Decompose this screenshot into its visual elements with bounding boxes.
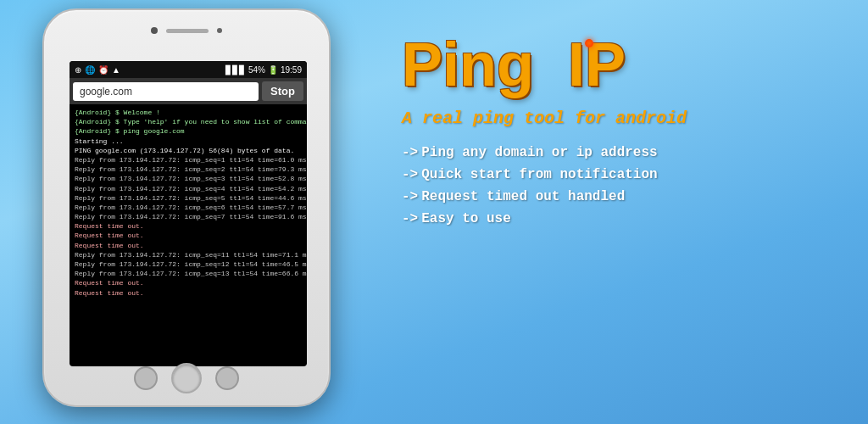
title-ping: Ping	[402, 34, 534, 95]
title-ip: IP	[568, 34, 626, 95]
feature-arrow-icon: ->	[402, 167, 418, 182]
feature-arrow-icon: ->	[402, 211, 418, 226]
feature-arrow-icon: ->	[402, 189, 418, 204]
terminal-line: {Android} $ Type 'help' if you need to s…	[75, 117, 302, 126]
terminal-line: Reply from 173.194.127.72: icmp_seq=12 t…	[75, 259, 302, 269]
clock: 19:59	[281, 65, 302, 75]
back-button[interactable]	[134, 366, 158, 390]
feature-item: -> Request timed out handled	[402, 189, 843, 204]
features-list: -> Ping any domain or ip address-> Quick…	[402, 145, 843, 226]
terminal-line: Reply from 173.194.127.72: icmp_seq=11 t…	[75, 250, 302, 259]
terminal-line: {Android} $ Welcome !	[75, 108, 302, 117]
home-button[interactable]	[171, 363, 202, 393]
terminal-line: Request time out.	[75, 278, 302, 287]
signal-icon: ▊▊▊	[225, 65, 246, 75]
terminal-line: Request time out.	[75, 221, 302, 231]
feature-item: -> Quick start from notification	[402, 167, 843, 182]
feature-text: Quick start from notification	[421, 167, 657, 182]
phone-body: ⊕ 🌐 ⏰ ▲ ▊▊▊ 54% 🔋 19:59 Stop {Andr	[42, 8, 331, 407]
phone-mockup: ⊕ 🌐 ⏰ ▲ ▊▊▊ 54% 🔋 19:59 Stop {Andr	[25, 8, 348, 416]
terminal-line: Reply from 173.194.127.72: icmp_seq=4 tt…	[75, 184, 302, 193]
wifi-icon: ▲	[112, 65, 120, 75]
terminal-line: Reply from 173.194.127.72: icmp_seq=13 t…	[75, 269, 302, 278]
terminal-line: Reply from 173.194.127.72: icmp_seq=1 tt…	[75, 155, 302, 165]
feature-item: -> Ping any domain or ip address	[402, 145, 843, 160]
app-title: Ping IP	[402, 34, 843, 95]
terminal-line: Reply from 173.194.127.72: icmp_seq=3 tt…	[75, 174, 302, 183]
terminal-line: Reply from 173.194.127.72: icmp_seq=5 tt…	[75, 193, 302, 203]
battery-icon: 🔋	[268, 65, 278, 75]
app-subtitle: A real ping tool for android	[402, 109, 843, 128]
front-camera-icon	[151, 27, 158, 34]
terminal-line: {Android} $ ping google.com	[75, 126, 302, 136]
feature-text: Request timed out handled	[421, 189, 625, 204]
stop-button[interactable]: Stop	[262, 81, 303, 101]
status-right-info: ▊▊▊ 54% 🔋 19:59	[225, 65, 302, 75]
terminal-line: Reply from 173.194.127.72: icmp_seq=2 tt…	[75, 165, 302, 174]
terminal-line: Request time out.	[75, 288, 302, 298]
terminal-line: Starting ...	[75, 137, 302, 146]
url-bar: Stop	[70, 78, 307, 104]
sensor-dot	[217, 28, 222, 33]
terminal-line: PING google.com (173.194.127.72) 56(84) …	[75, 146, 302, 155]
right-content: Ping IP A real ping tool for android -> …	[402, 34, 843, 226]
notification-icon: ⊕	[75, 65, 81, 75]
terminal-line: Reply from 173.194.127.72: icmp_seq=7 tt…	[75, 212, 302, 221]
feature-item: -> Easy to use	[402, 211, 843, 226]
alarm-icon: ⏰	[98, 65, 108, 75]
battery-percent: 54%	[248, 65, 265, 75]
feature-arrow-icon: ->	[402, 145, 418, 160]
feature-text: Easy to use	[421, 211, 511, 226]
terminal-line: Request time out.	[75, 231, 302, 240]
speaker-grille	[166, 29, 209, 33]
terminal-output: {Android} $ Welcome !{Android} $ Type 'h…	[70, 104, 307, 364]
terminal-line: Request time out.	[75, 241, 302, 250]
menu-button[interactable]	[215, 366, 239, 390]
feature-text: Ping any domain or ip address	[421, 145, 657, 160]
status-left-icons: ⊕ 🌐 ⏰ ▲	[75, 65, 120, 75]
status-bar: ⊕ 🌐 ⏰ ▲ ▊▊▊ 54% 🔋 19:59	[70, 61, 307, 78]
terminal-line: Reply from 173.194.127.72: icmp_seq=6 tt…	[75, 203, 302, 212]
phone-screen: ⊕ 🌐 ⏰ ▲ ▊▊▊ 54% 🔋 19:59 Stop {Andr	[70, 61, 307, 366]
browser-icon: 🌐	[85, 65, 95, 75]
url-input[interactable]	[73, 82, 259, 101]
